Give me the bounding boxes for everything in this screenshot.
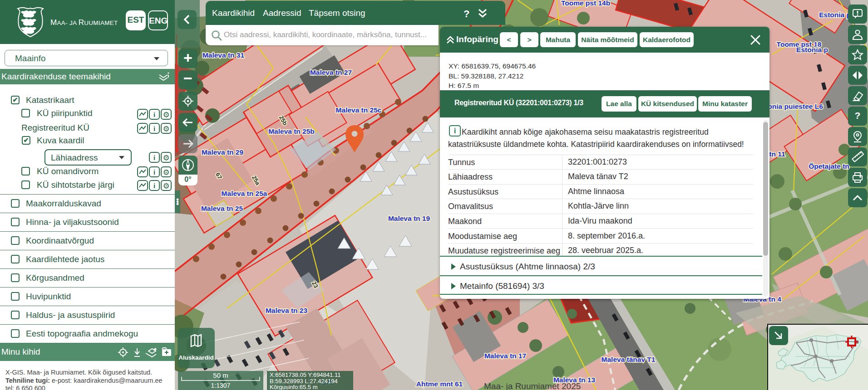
svg-text:Maleva tn 25c: Maleva tn 25c — [336, 106, 382, 114]
svg-text:tn 11: tn 11 — [769, 150, 785, 158]
svg-text:Maleva tn 25: Maleva tn 25 — [201, 205, 243, 212]
svg-text:Maleva tn 31: Maleva tn 31 — [202, 51, 245, 59]
svg-text:Toome pst 14b: Toome pst 14b — [561, 0, 610, 7]
svg-text:i: i — [153, 168, 155, 176]
svg-text:i: i — [153, 154, 155, 161]
svg-text:⚙: ⚙ — [163, 168, 169, 177]
svg-text:Maleva tn 25b: Maleva tn 25b — [268, 127, 315, 135]
svg-text:Maa- ja Ruumiamet 2025: Maa- ja Ruumiamet 2025 — [484, 381, 581, 390]
svg-text:Estonia p: Estonia p — [796, 46, 828, 54]
svg-text:i: i — [153, 125, 155, 132]
svg-text:Õpetajate tn: Õpetajate tn — [809, 162, 849, 170]
svg-text:⚙: ⚙ — [163, 154, 169, 162]
svg-text:Maleva tn 29: Maleva tn 29 — [202, 148, 244, 156]
svg-text:i: i — [153, 182, 155, 190]
svg-text:Ahtme mnt 61: Ahtme mnt 61 — [416, 380, 463, 388]
svg-text:⚙: ⚙ — [163, 182, 169, 190]
svg-text:Maleva tn 19: Maleva tn 19 — [388, 214, 430, 222]
svg-text:Maleva tn 23: Maleva tn 23 — [266, 307, 308, 314]
svg-text:⚙: ⚙ — [163, 125, 169, 133]
svg-text:Maleva tn 25a: Maleva tn 25a — [222, 190, 267, 197]
svg-text:i: i — [153, 111, 155, 118]
svg-text:Maleva tn 27: Maleva tn 27 — [310, 68, 352, 76]
svg-text:⚙: ⚙ — [163, 111, 169, 119]
svg-text:Maleva tänav T1: Maleva tänav T1 — [602, 356, 656, 363]
svg-text:Maleva tn 17: Maleva tn 17 — [484, 352, 526, 360]
